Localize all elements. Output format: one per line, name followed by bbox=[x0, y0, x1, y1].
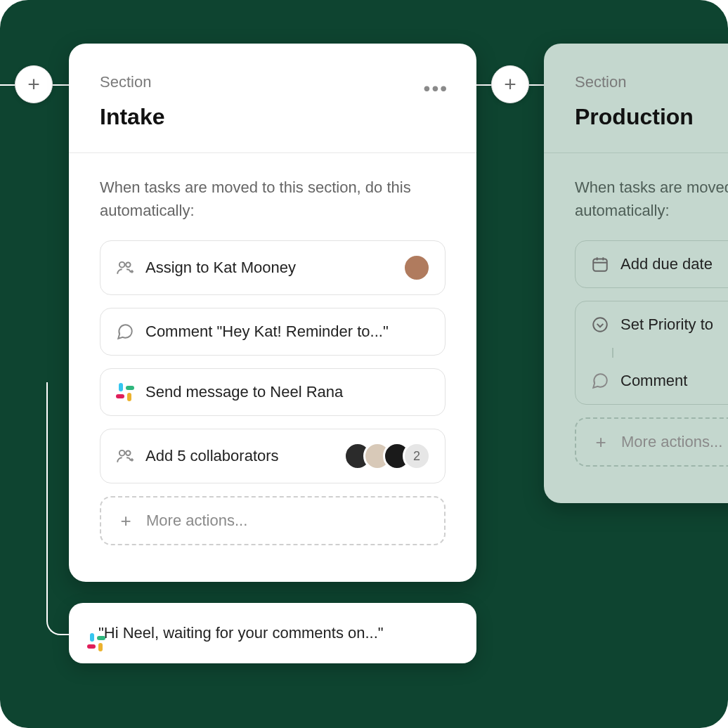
slack-icon bbox=[115, 382, 136, 403]
rule-add-collaborators[interactable]: Add 5 collaborators 2 bbox=[100, 429, 446, 483]
section-title: Production bbox=[575, 104, 728, 130]
section-label: Section bbox=[575, 73, 728, 91]
rule-label: Comment "Hey Kat! Reminder to..." bbox=[145, 323, 431, 341]
automation-intro: When tasks are moved to this section, do… bbox=[575, 176, 728, 222]
rule-connector bbox=[612, 348, 613, 358]
comment-icon bbox=[590, 370, 611, 391]
avatar-kat bbox=[403, 254, 431, 282]
section-label: Section bbox=[100, 73, 446, 91]
add-section-before-button[interactable]: + bbox=[15, 65, 53, 103]
svg-point-3 bbox=[126, 450, 131, 455]
avatar-overflow-count: 2 bbox=[403, 442, 431, 470]
section-card-production: Section Production When tasks are moved … bbox=[544, 44, 728, 503]
rule-label: Set Priority to bbox=[620, 316, 728, 334]
rule-to-preview-connector bbox=[46, 382, 70, 635]
collaborator-avatars: 2 bbox=[344, 442, 431, 470]
svg-point-1 bbox=[126, 262, 131, 267]
plus-icon: + bbox=[590, 431, 611, 453]
rule-label: More actions... bbox=[621, 433, 728, 451]
rule-label: Assign to Kat Mooney bbox=[145, 259, 393, 277]
rule-comment[interactable]: Comment "Hey Kat! Reminder to..." bbox=[100, 308, 446, 356]
more-actions-button[interactable]: + More actions... bbox=[575, 417, 728, 467]
rule-add-due-date[interactable]: Add due date bbox=[575, 240, 728, 288]
add-section-between-button[interactable]: + bbox=[491, 65, 529, 103]
section-card-intake: Section Intake ••• When tasks are moved … bbox=[69, 44, 476, 582]
svg-rect-4 bbox=[593, 259, 607, 271]
rule-slack-message[interactable]: Send message to Neel Rana bbox=[100, 368, 446, 416]
rule-assign[interactable]: Assign to Kat Mooney bbox=[100, 240, 446, 295]
automation-intro: When tasks are moved to this section, do… bbox=[100, 176, 446, 222]
rule-label: Comment bbox=[620, 372, 728, 390]
rule-comment[interactable]: Comment bbox=[576, 358, 728, 404]
svg-point-5 bbox=[593, 318, 607, 332]
slack-message-preview: "Hi Neel, waiting for your comments on..… bbox=[69, 603, 476, 663]
calendar-icon bbox=[590, 254, 611, 275]
people-icon bbox=[115, 446, 136, 467]
comment-icon bbox=[115, 321, 136, 342]
workflow-canvas: + + Section Intake ••• When tasks are mo… bbox=[0, 0, 728, 728]
svg-point-0 bbox=[119, 262, 125, 268]
rule-group: Set Priority to Comment bbox=[575, 301, 728, 405]
plus-icon: + bbox=[115, 510, 136, 531]
rule-label: Add due date bbox=[620, 255, 728, 273]
rule-label: More actions... bbox=[146, 512, 430, 530]
slack-message-text: "Hi Neel, waiting for your comments on..… bbox=[98, 624, 384, 642]
section-menu-button[interactable]: ••• bbox=[424, 79, 448, 98]
chevron-down-circle-icon bbox=[590, 314, 611, 335]
rule-label: Add 5 collaborators bbox=[145, 447, 334, 465]
svg-point-2 bbox=[119, 450, 125, 456]
more-actions-button[interactable]: + More actions... bbox=[100, 496, 446, 545]
rule-set-priority[interactable]: Set Priority to bbox=[576, 301, 728, 348]
section-title: Intake bbox=[100, 104, 446, 130]
people-icon bbox=[115, 257, 136, 278]
rule-label: Send message to Neel Rana bbox=[145, 383, 431, 401]
